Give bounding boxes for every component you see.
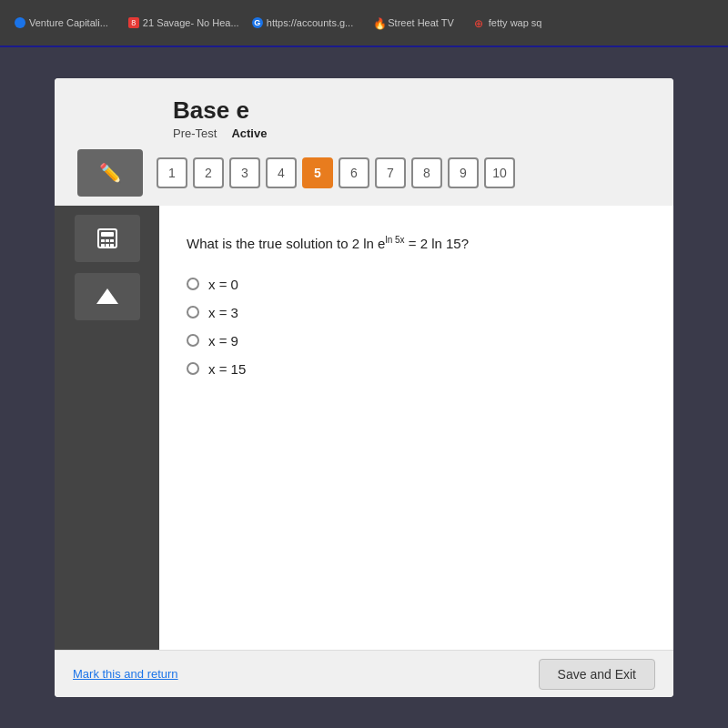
question-number-row: 1 2 3 4 5 6 7 8 9 10	[157, 157, 659, 188]
svg-rect-3	[106, 239, 109, 242]
tab-21savage[interactable]: 8 21 Savage- No Hea...	[121, 14, 239, 32]
svg-rect-7	[110, 244, 114, 247]
svg-marker-8	[96, 288, 118, 304]
question-text-after: = 2 ln 15?	[405, 236, 469, 251]
answer-label-1: x = 3	[208, 305, 238, 320]
mark-return-link[interactable]: Mark this and return	[73, 667, 178, 681]
question-text: What is the true solution to 2 ln eln 5x…	[187, 233, 646, 255]
question-num-5[interactable]: 5	[302, 157, 333, 188]
browser-chrome: Venture Capitali... 8 21 Savage- No Hea.…	[0, 0, 728, 47]
quiz-title: Base e	[173, 96, 655, 125]
svg-rect-4	[110, 239, 114, 242]
tab-icon-flame: 🔥	[373, 17, 384, 28]
question-num-4[interactable]: 4	[266, 157, 297, 188]
tab-icon-circle: ⊕	[474, 17, 485, 28]
save-exit-button[interactable]: Save and Exit	[539, 659, 655, 690]
tab-label-google: https://accounts.g...	[267, 17, 353, 28]
svg-rect-6	[106, 244, 109, 247]
tab-icon-venture	[15, 17, 25, 28]
question-nav: ✏️ 1 2 3 4 5 6 7 8 9 10	[55, 149, 673, 206]
question-num-3[interactable]: 3	[229, 157, 260, 188]
radio-2[interactable]	[187, 334, 199, 347]
content-row: What is the true solution to 2 ln eln 5x…	[55, 206, 673, 650]
svg-rect-2	[101, 239, 105, 242]
answer-label-2: x = 9	[208, 333, 238, 349]
answer-option-0[interactable]: x = 0	[187, 277, 646, 292]
question-num-8[interactable]: 8	[411, 157, 442, 188]
main-area: Base e Pre-Test Active ✏️ 1 2 3 4 5 6 7 …	[0, 47, 728, 728]
radio-0[interactable]	[187, 278, 199, 290]
question-num-6[interactable]: 6	[339, 157, 369, 188]
up-arrow-tool[interactable]	[75, 273, 140, 320]
radio-3[interactable]	[187, 362, 199, 375]
quiz-header: Base e Pre-Test Active	[55, 78, 673, 149]
answer-options: x = 0 x = 3 x = 9 x = 15	[187, 277, 646, 377]
question-num-10[interactable]: 10	[484, 157, 515, 188]
question-num-9[interactable]: 9	[448, 157, 479, 188]
tab-label-21savage: 21 Savage- No Hea...	[143, 17, 239, 28]
tab-label-streetheat: Street Heat TV	[388, 17, 454, 28]
tool-sidebar	[55, 206, 159, 650]
svg-rect-1	[101, 232, 114, 237]
answer-label-0: x = 0	[208, 277, 238, 292]
svg-rect-5	[101, 244, 105, 247]
calculator-tool[interactable]	[75, 215, 140, 262]
tab-streetheat[interactable]: 🔥 Street Heat TV	[366, 14, 461, 32]
question-area: What is the true solution to 2 ln eln 5x…	[159, 206, 673, 650]
question-num-1[interactable]: 1	[157, 157, 187, 188]
pencil-tool-nav[interactable]: ✏️	[77, 149, 143, 197]
tab-venture[interactable]: Venture Capitali...	[7, 14, 116, 32]
tab-label-fetty: fetty wap sq	[489, 17, 542, 28]
quiz-subtitle-status: Active	[231, 126, 267, 140]
quiz-subtitle-test: Pre-Test	[173, 126, 217, 140]
answer-option-3[interactable]: x = 15	[187, 361, 646, 377]
quiz-subtitle: Pre-Test Active	[173, 126, 655, 140]
quiz-footer: Mark this and return Save and Exit	[55, 650, 673, 697]
question-num-2[interactable]: 2	[193, 157, 224, 188]
question-superscript: ln 5x	[385, 235, 404, 245]
answer-option-1[interactable]: x = 3	[187, 305, 646, 320]
question-text-before: What is the true solution to 2 ln e	[187, 236, 385, 251]
tab-icon-google: G	[252, 17, 263, 28]
radio-1[interactable]	[187, 306, 199, 318]
question-num-7[interactable]: 7	[375, 157, 406, 188]
tab-google[interactable]: G https://accounts.g...	[245, 14, 360, 32]
tab-fetty[interactable]: ⊕ fetty wap sq	[467, 14, 550, 32]
tab-label-venture: Venture Capitali...	[29, 17, 108, 28]
tab-icon-21savage: 8	[128, 17, 139, 28]
answer-option-2[interactable]: x = 9	[187, 333, 646, 349]
quiz-window: Base e Pre-Test Active ✏️ 1 2 3 4 5 6 7 …	[55, 78, 673, 697]
answer-label-3: x = 15	[208, 361, 246, 377]
